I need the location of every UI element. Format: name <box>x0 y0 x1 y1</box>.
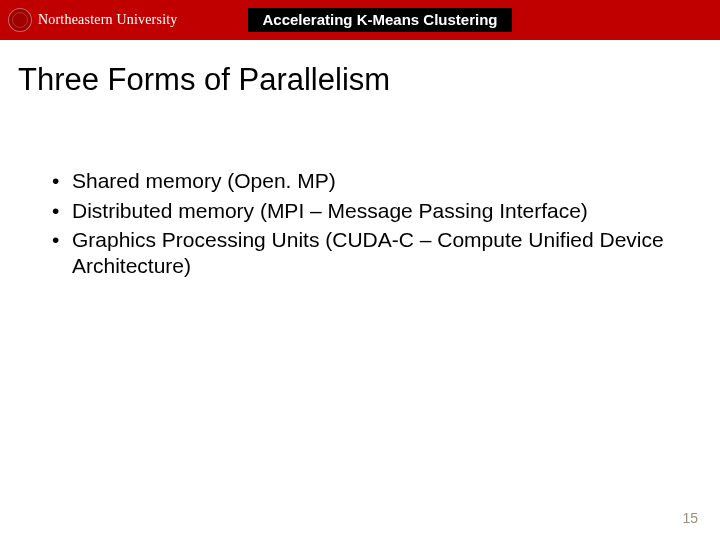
university-name: Northeastern University <box>38 12 178 28</box>
banner: Northeastern University Accelerating K-M… <box>0 0 720 40</box>
slide-body: Shared memory (Open. MP) Distributed mem… <box>0 98 720 278</box>
slide-title: Three Forms of Parallelism <box>0 40 720 98</box>
university-logo-block: Northeastern University <box>0 8 178 32</box>
list-item: Shared memory (Open. MP) <box>50 168 670 194</box>
list-item: Graphics Processing Units (CUDA-C – Comp… <box>50 227 670 278</box>
bullet-list: Shared memory (Open. MP) Distributed mem… <box>50 168 670 278</box>
deck-title: Accelerating K-Means Clustering <box>248 8 511 32</box>
list-item: Distributed memory (MPI – Message Passin… <box>50 198 670 224</box>
seal-icon <box>8 8 32 32</box>
page-number: 15 <box>682 510 698 526</box>
slide: Northeastern University Accelerating K-M… <box>0 0 720 540</box>
